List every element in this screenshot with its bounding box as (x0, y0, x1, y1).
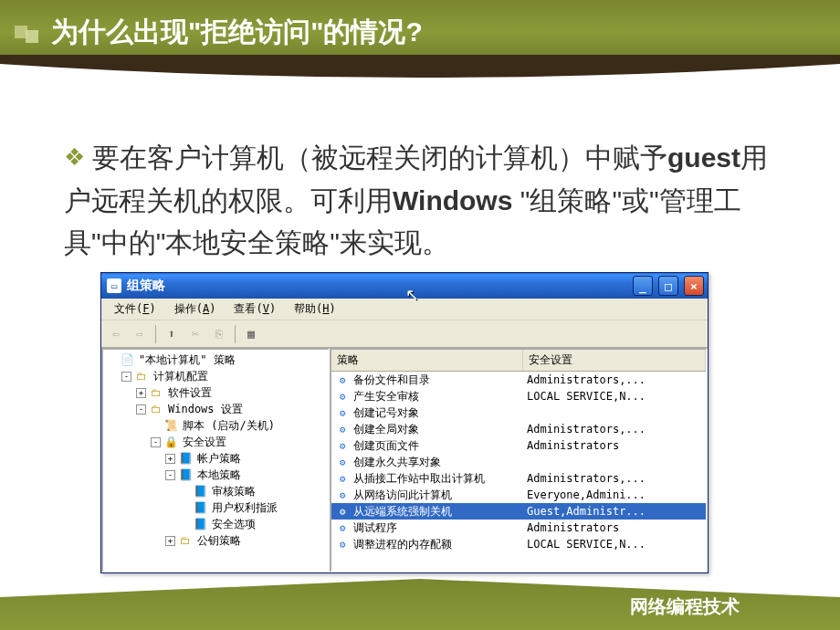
policy-icon: ⚙ (335, 373, 350, 386)
policy-icon: ⚙ (335, 439, 350, 452)
window-titlebar[interactable]: ▭ 组策略 _ □ × (101, 273, 708, 299)
header-curve (0, 64, 840, 100)
up-button[interactable]: ⬆ (161, 323, 183, 345)
book-icon: 📘 (193, 501, 207, 514)
expand-icon[interactable]: + (165, 454, 175, 464)
policy-row[interactable]: ⚙调试程序Administrators (331, 520, 706, 536)
list-header: 策略 安全设置 (331, 350, 706, 372)
book-icon: 📘 (193, 485, 207, 498)
policy-icon: ⚙ (335, 472, 350, 485)
policy-icon: ⚙ (335, 456, 350, 468)
cut-button[interactable]: ✂ (184, 323, 206, 345)
policy-root-icon: 📄 (120, 353, 134, 366)
tree-security-settings[interactable]: - 🔒 安全设置 (151, 434, 326, 450)
forward-button[interactable]: ⇨ (129, 323, 151, 345)
security-value: Administrators (523, 521, 706, 534)
tree-pane[interactable]: 📄 "本地计算机" 策略 - 🗀 计算机配置 (101, 348, 330, 572)
policy-row[interactable]: ⚙备份文件和目录Administrators,... (331, 372, 706, 388)
security-value: Administrators (523, 439, 706, 452)
minimize-button[interactable]: _ (633, 276, 653, 296)
policy-label: 从远端系统强制关机 (353, 504, 452, 520)
policy-icon: ⚙ (335, 538, 350, 551)
tree-windows-settings[interactable]: - 🗀 Windows 设置 (136, 401, 326, 417)
slide-body-text: ❖要在客户计算机（被远程关闭的计算机）中赋予guest用户远程关机的权限。可利用… (0, 100, 840, 265)
policy-label: 备份文件和目录 (353, 373, 430, 388)
collapse-icon[interactable]: - (165, 470, 175, 480)
security-value: Administrators,... (523, 373, 706, 386)
collapse-icon[interactable]: - (136, 404, 146, 415)
policy-label: 从网络访问此计算机 (353, 488, 452, 503)
policy-label: 产生安全审核 (353, 389, 419, 404)
policy-icon: ⚙ (335, 488, 350, 501)
policy-row[interactable]: ⚙创建页面文件Administrators (331, 437, 706, 454)
security-icon: 🔒 (163, 436, 178, 448)
folder-icon: 🗀 (149, 403, 163, 415)
policy-label: 创建页面文件 (353, 438, 419, 454)
policy-row[interactable]: ⚙产生安全审核LOCAL SERVICE,N... (331, 388, 706, 404)
toolbar-separator (155, 325, 156, 343)
policy-label: 创建全局对象 (353, 422, 419, 437)
policy-row[interactable]: ⚙创建全局对象Administrators,... (331, 421, 706, 437)
policy-row[interactable]: ⚙从远端系统强制关机Guest,Administr... (331, 503, 706, 520)
policy-row[interactable]: ⚙调整进程的内存配额LOCAL SERVICE,N... (331, 536, 706, 552)
tree-security-options[interactable]: 📘安全选项 (180, 516, 326, 532)
security-value: LOCAL SERVICE,N... (523, 390, 706, 403)
security-value: Guest,Administr... (523, 505, 706, 518)
policy-icon: ⚙ (335, 423, 350, 436)
script-icon: 📜 (163, 419, 178, 432)
window-title: 组策略 (127, 278, 165, 294)
tree-public-key[interactable]: + 🗀 公钥策略 (165, 532, 326, 549)
properties-button[interactable]: ▦ (240, 323, 262, 345)
column-security[interactable]: 安全设置 (523, 350, 706, 371)
diamond-bullet-icon: ❖ (64, 143, 85, 171)
toolbar: ⇦ ⇨ ⬆ ✂ ⎘ ▦ (101, 320, 708, 348)
header-bullet-2 (26, 30, 38, 43)
policy-icon: ⚙ (335, 390, 350, 403)
app-icon: ▭ (107, 278, 121, 293)
collapse-icon[interactable]: - (121, 372, 131, 382)
tree-computer-config[interactable]: - 🗀 计算机配置 (121, 368, 326, 384)
tree-software-settings[interactable]: + 🗀 软件设置 (136, 384, 326, 401)
menu-file[interactable]: 文件(F) (107, 299, 163, 319)
policy-icon: ⚙ (335, 406, 350, 419)
policy-label: 调试程序 (353, 520, 397, 536)
security-value: Everyone,Admini... (523, 488, 706, 501)
list-body[interactable]: ⚙备份文件和目录Administrators,...⚙产生安全审核LOCAL S… (331, 372, 706, 571)
close-button[interactable]: × (684, 276, 704, 296)
tree-local-policies[interactable]: - 📘 本地策略 (165, 467, 326, 483)
policy-label: 创建永久共享对象 (353, 455, 441, 470)
toolbar-separator (235, 325, 236, 343)
policy-row[interactable]: ⚙创建记号对象 (331, 404, 706, 421)
expand-icon[interactable]: + (136, 388, 146, 398)
tree-root[interactable]: 📄 "本地计算机" 策略 (107, 352, 326, 368)
book-icon: 📘 (193, 518, 207, 530)
tree-scripts[interactable]: 📜 脚本 (启动/关机) (151, 417, 326, 434)
copy-button[interactable]: ⎘ (208, 323, 230, 345)
back-button[interactable]: ⇦ (105, 323, 127, 345)
maximize-button[interactable]: □ (658, 276, 678, 296)
book-icon: 📘 (178, 468, 193, 481)
menu-help[interactable]: 帮助(H) (287, 299, 343, 319)
collapse-icon[interactable]: - (151, 437, 161, 447)
policy-label: 创建记号对象 (353, 405, 419, 421)
menu-view[interactable]: 查看(V) (226, 299, 283, 319)
column-policy[interactable]: 策略 (331, 350, 523, 371)
policy-row[interactable]: ⚙从插接工作站中取出计算机Administrators,... (331, 470, 706, 487)
tree-user-rights[interactable]: 📘用户权利指派 (180, 499, 326, 516)
list-pane: 策略 安全设置 ⚙备份文件和目录Administrators,...⚙产生安全审… (330, 348, 708, 572)
policy-icon: ⚙ (335, 521, 350, 534)
tree-audit-policy[interactable]: 📘审核策略 (180, 483, 326, 499)
folder-icon: 🗀 (178, 534, 193, 547)
policy-icon: ⚙ (335, 505, 350, 518)
folder-icon: 🗀 (134, 370, 149, 383)
policy-row[interactable]: ⚙从网络访问此计算机Everyone,Admini... (331, 487, 706, 503)
menu-action[interactable]: 操作(A) (167, 299, 224, 319)
security-value: Administrators,... (523, 423, 706, 436)
tree-account-policies[interactable]: + 📘 帐户策略 (165, 450, 326, 467)
policy-label: 调整进程的内存配额 (353, 537, 452, 552)
folder-icon: 🗀 (149, 386, 163, 399)
group-policy-window: ▭ 组策略 _ □ × 文件(F) 操作(A) 查看(V) 帮助(H) ⇦ ⇨ … (100, 272, 709, 573)
expand-icon[interactable]: + (165, 536, 175, 546)
policy-label: 从插接工作站中取出计算机 (353, 471, 485, 487)
policy-row[interactable]: ⚙创建永久共享对象 (331, 454, 706, 470)
